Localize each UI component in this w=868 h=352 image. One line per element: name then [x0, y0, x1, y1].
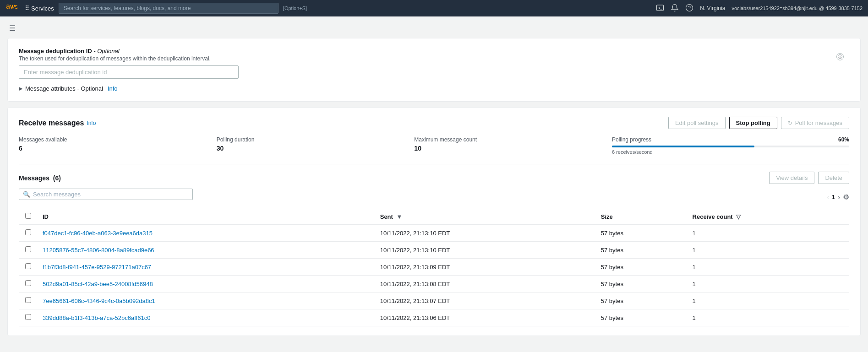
svg-rect-0: [657, 5, 664, 11]
message-id-link-5[interactable]: 339dd88a-b1f3-413b-a7ca-52bc6aff61c0: [43, 314, 150, 321]
progress-bar-fill: [612, 146, 754, 147]
row-sent-0: 10/11/2022, 21:13:10 EDT: [375, 224, 595, 242]
pagination-settings-icon[interactable]: ⚙: [843, 193, 849, 201]
receive-count-column-header[interactable]: Receive count ▽: [687, 209, 849, 224]
attributes-label: Message attributes - Optional: [25, 85, 103, 92]
pagination: ‹ 1 › ⚙: [827, 193, 849, 201]
messages-table-body: f047dec1-fc96-40eb-a063-3e9eea6da315 10/…: [19, 224, 849, 326]
top-navigation: ⠿ Services [Option+S] N. Virginia voclab…: [0, 0, 868, 16]
prev-page-button[interactable]: ‹: [827, 194, 829, 201]
row-checkbox-0[interactable]: [25, 229, 31, 235]
row-checkbox-5[interactable]: [25, 314, 31, 320]
row-receive-count-5: 1: [687, 309, 849, 326]
receive-header: Receive messages Info Edit poll settings…: [19, 117, 849, 129]
receive-title: Receive messages Info: [19, 119, 96, 127]
bell-icon[interactable]: [671, 4, 679, 13]
row-checkbox-2[interactable]: [25, 263, 31, 269]
page-info-icon[interactable]: ⓘ: [836, 53, 844, 60]
search-input[interactable]: [59, 3, 278, 14]
row-checkbox-cell[interactable]: [19, 276, 37, 292]
table-row: 339dd88a-b1f3-413b-a7ca-52bc6aff61c0 10/…: [19, 309, 849, 326]
table-row: f1b7f3d8-f941-457e-9529-972171a07c67 10/…: [19, 259, 849, 276]
cloud-shell-icon[interactable]: [656, 4, 664, 13]
select-all-checkbox[interactable]: [25, 213, 31, 219]
message-id-link-4[interactable]: 7ee65661-606c-4346-9c4c-0a5b092da8c1: [43, 298, 155, 304]
polling-progress-stat: Polling progress 60% 6 receives/second: [612, 136, 849, 155]
help-icon[interactable]: [685, 4, 693, 13]
row-size-0: 57 bytes: [595, 224, 687, 242]
message-search-input[interactable]: [33, 191, 189, 198]
messages-table: ID Sent ▼ Size Receive count ▽: [19, 209, 849, 326]
dedup-card: Message deduplication ID - Optional The …: [7, 38, 861, 102]
message-id-link-1[interactable]: 11205876-55c7-4806-8004-8a89fcad9e66: [43, 247, 154, 254]
message-id-link-3[interactable]: 502d9a01-85cf-42a9-bee5-24008fd56948: [43, 281, 153, 287]
sidebar-toggle[interactable]: ☰: [2, 18, 23, 38]
row-id-4: 7ee65661-606c-4346-9c4c-0a5b092da8c1: [37, 292, 375, 309]
row-size-3: 57 bytes: [595, 276, 687, 292]
row-id-5: 339dd88a-b1f3-413b-a7ca-52bc6aff61c0: [37, 309, 375, 326]
row-checkbox-cell[interactable]: [19, 242, 37, 259]
row-checkbox-cell[interactable]: [19, 309, 37, 326]
search-bar[interactable]: [59, 3, 278, 14]
row-checkbox-4[interactable]: [25, 297, 31, 303]
id-column-header[interactable]: ID: [37, 209, 375, 224]
edit-poll-settings-button[interactable]: Edit poll settings: [668, 117, 726, 129]
view-details-button[interactable]: View details: [769, 172, 814, 184]
message-id-link-0[interactable]: f047dec1-fc96-40eb-a063-3e9eea6da315: [43, 230, 153, 237]
attributes-info-link[interactable]: Info: [108, 85, 118, 92]
user-info[interactable]: voclabs/user2154922=sb394@njit.edu @ 459…: [732, 5, 863, 11]
row-receive-count-2: 1: [687, 259, 849, 276]
message-attributes-toggle[interactable]: ▶ Message attributes - Optional Info: [19, 85, 831, 92]
dedup-input[interactable]: [19, 65, 239, 79]
receive-actions: Edit poll settings Stop polling ↻ Poll f…: [668, 117, 849, 129]
row-sent-4: 10/11/2022, 21:13:07 EDT: [375, 292, 595, 309]
polling-duration-stat: Polling duration 30: [217, 136, 415, 155]
row-size-1: 57 bytes: [595, 242, 687, 259]
row-checkbox-cell[interactable]: [19, 292, 37, 309]
message-search-box[interactable]: 🔍: [19, 189, 193, 200]
row-checkbox-3[interactable]: [25, 280, 31, 286]
row-receive-count-3: 1: [687, 276, 849, 292]
sent-column-header[interactable]: Sent ▼: [375, 209, 595, 224]
aws-logo[interactable]: [5, 4, 20, 13]
row-size-4: 57 bytes: [595, 292, 687, 309]
next-page-button[interactable]: ›: [838, 194, 840, 201]
messages-table-container: ID Sent ▼ Size Receive count ▽: [19, 209, 849, 326]
row-receive-count-4: 1: [687, 292, 849, 309]
row-size-5: 57 bytes: [595, 309, 687, 326]
nav-right: N. Virginia voclabs/user2154922=sb394@nj…: [656, 4, 863, 13]
expand-arrow-icon: ▶: [19, 86, 22, 92]
progress-bar-background: [612, 146, 849, 147]
messages-bar: Messages (6) View details Delete: [19, 172, 849, 184]
sort-desc-icon: ▼: [397, 213, 403, 220]
poll-for-messages-button[interactable]: ↻ Poll for messages: [781, 117, 849, 129]
messages-actions: View details Delete: [769, 172, 849, 184]
services-nav[interactable]: ⠿ Services: [25, 5, 54, 12]
size-column-header[interactable]: Size: [595, 209, 687, 224]
page-number: 1: [832, 194, 835, 200]
search-shortcut: [Option+S]: [283, 5, 307, 11]
row-checkbox-cell[interactable]: [19, 224, 37, 242]
delete-button[interactable]: Delete: [818, 172, 849, 184]
row-id-3: 502d9a01-85cf-42a9-bee5-24008fd56948: [37, 276, 375, 292]
select-all-header[interactable]: [19, 209, 37, 224]
row-checkbox-cell[interactable]: [19, 259, 37, 276]
svg-point-2: [686, 4, 693, 11]
row-size-2: 57 bytes: [595, 259, 687, 276]
receive-info-link[interactable]: Info: [87, 120, 96, 126]
region-selector[interactable]: N. Virginia: [700, 5, 725, 11]
services-label: Services: [31, 5, 54, 12]
message-id-link-2[interactable]: f1b7f3d8-f941-457e-9529-972171a07c67: [43, 264, 151, 271]
row-id-2: f1b7f3d8-f941-457e-9529-972171a07c67: [37, 259, 375, 276]
table-row: 502d9a01-85cf-42a9-bee5-24008fd56948 10/…: [19, 276, 849, 292]
row-checkbox-1[interactable]: [25, 246, 31, 252]
search-icon: 🔍: [23, 191, 30, 198]
max-message-count-stat: Maximum message count 10: [414, 136, 612, 155]
receive-count-sort-icon: ▽: [736, 213, 741, 220]
row-receive-count-0: 1: [687, 224, 849, 242]
row-sent-3: 10/11/2022, 21:13:08 EDT: [375, 276, 595, 292]
row-sent-1: 10/11/2022, 21:13:10 EDT: [375, 242, 595, 259]
stop-polling-button[interactable]: Stop polling: [729, 117, 777, 129]
row-id-1: 11205876-55c7-4806-8004-8a89fcad9e66: [37, 242, 375, 259]
messages-title: Messages (6): [19, 174, 61, 182]
